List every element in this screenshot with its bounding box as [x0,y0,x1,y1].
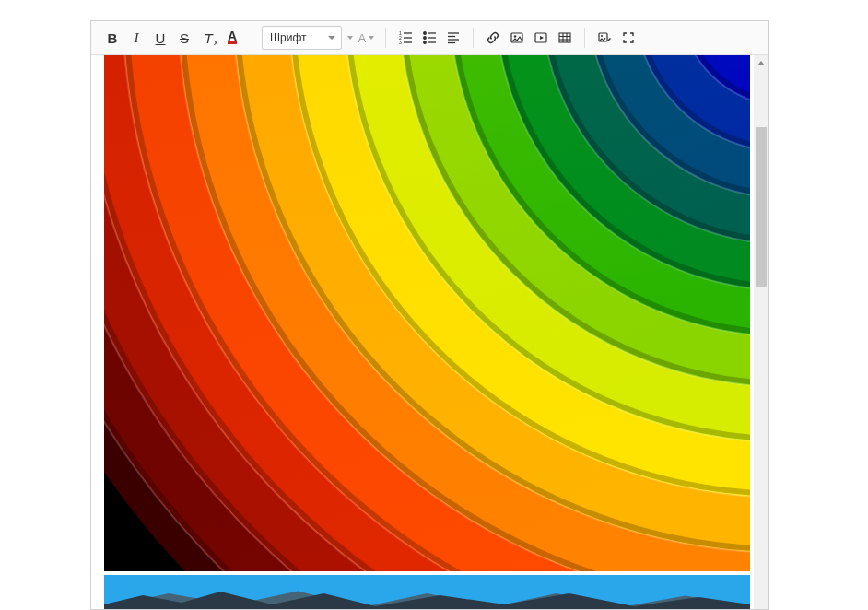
text-style-group: B I U S Tx A [97,26,248,50]
strikethrough-icon: S [180,31,189,45]
italic-icon: I [135,31,139,45]
italic-button[interactable]: I [124,26,148,50]
rich-text-editor: B I U S Tx A Шрифт [90,20,769,610]
text-color-icon: A [228,31,237,44]
svg-point-8 [424,41,427,44]
fullscreen-icon [621,30,636,45]
svg-point-7 [424,37,427,40]
vertical-scrollbar[interactable] [754,55,768,609]
svg-rect-19 [559,33,570,42]
image-icon [510,30,524,45]
unordered-list-icon [422,30,437,45]
svg-point-17 [514,35,516,37]
bold-icon: B [108,31,118,45]
editor-viewport [91,55,754,609]
image-edit-icon [597,30,612,45]
chevron-up-icon [757,61,765,65]
image-button[interactable] [505,26,529,50]
embedded-image[interactable] [104,575,750,609]
ordered-list-icon: 1 2 3 [398,30,413,45]
svg-point-25 [601,35,603,37]
strikethrough-button[interactable]: S [172,26,196,50]
font-group: Шрифт A [256,26,381,50]
video-button[interactable] [529,26,553,50]
text-color-button[interactable]: A [220,26,244,50]
align-left-icon [446,30,461,45]
embedded-image[interactable] [104,55,750,571]
underline-button[interactable]: U [148,26,172,50]
bold-button[interactable]: B [100,26,124,50]
link-icon [486,30,500,45]
insert-group [477,26,581,50]
view-group [589,26,644,50]
scrollbar-thumb[interactable] [756,127,767,287]
chevron-down-icon [328,36,335,40]
unordered-list-button[interactable] [417,26,441,50]
font-size-select[interactable]: A [344,27,378,49]
table-button[interactable] [553,26,577,50]
scroll-up-button[interactable] [754,55,768,70]
toolbar-separator [584,28,585,48]
editor-toolbar: B I U S Tx A Шрифт [91,21,768,55]
video-icon [534,30,548,45]
font-family-select[interactable]: Шрифт [262,26,342,50]
svg-text:3: 3 [399,40,402,45]
toolbar-separator [385,28,386,48]
link-button[interactable] [481,26,505,50]
underline-icon: U [156,31,166,45]
clear-formatting-button[interactable]: Tx [196,26,220,50]
ordered-list-button[interactable]: 1 2 3 [393,26,417,50]
toolbar-separator [473,28,474,48]
align-button[interactable] [441,26,465,50]
table-icon [557,30,572,45]
font-family-label: Шрифт [270,31,306,44]
chevron-down-icon [347,36,353,40]
clear-formatting-icon: Tx [204,31,212,45]
svg-point-6 [424,32,427,35]
paragraph-group: 1 2 3 [390,26,469,50]
fullscreen-button[interactable] [616,26,640,50]
image-manager-button[interactable] [592,26,616,50]
font-size-label: A [358,31,366,45]
chevron-down-icon [369,36,374,40]
toolbar-separator [252,28,252,48]
editor-content-area[interactable] [91,55,768,609]
